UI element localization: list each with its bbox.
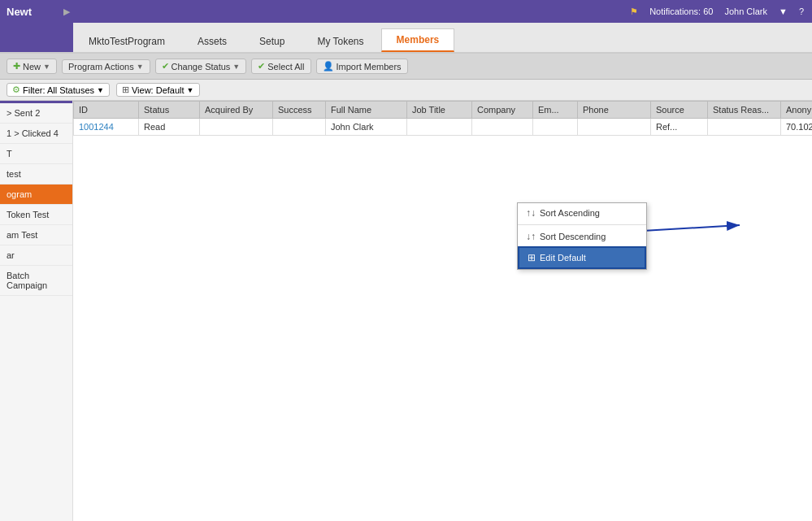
app-name: Newt [7,6,32,18]
new-arrow-icon: ▼ [43,63,50,71]
new-icon: ✚ [13,61,20,72]
col-header-company[interactable]: Company [472,102,533,119]
sidebar-item-item3[interactable]: T [0,144,72,164]
notification-icon: ⚑ [630,7,638,17]
program-actions-label: Program Actions [68,62,134,72]
program-actions-arrow-icon: ▼ [137,63,144,71]
select-all-button[interactable]: ✔ Select All [251,59,310,74]
col-header-fullname[interactable]: Full Name [326,102,407,119]
change-status-arrow-icon: ▼ [232,63,240,71]
col-header-status[interactable]: Status [139,102,200,119]
main-layout: > Sent 21 > Clicked 4TtestogramToken Tes… [0,101,812,521]
tab-members[interactable]: Members [381,28,455,52]
change-status-icon: ✔ [162,61,169,72]
col-header-success[interactable]: Success [273,102,326,119]
sidebar-item-amtest[interactable]: am Test [0,225,72,245]
tab-mkto[interactable]: MktoTestProgram [73,30,180,52]
toolbar: ✚ New ▼ Program Actions ▼ ✔ Change Statu… [0,54,812,80]
sidebar-item-tokentest[interactable]: Token Test [0,205,72,225]
cell-status: Read [139,119,200,136]
filter-arrow-icon: ▼ [97,86,104,94]
col-header-statusreason[interactable]: Status Reas... [708,102,781,119]
dropdown-icon-edit-default: ⊞ [528,252,536,263]
view-label: View: Default [132,85,185,95]
sidebar: > Sent 21 > Clicked 4TtestogramToken Tes… [0,101,73,521]
import-members-icon: 👤 [323,61,334,72]
cell-success [273,119,326,136]
tab-left-spacer [0,23,73,52]
import-members-label: Import Members [337,62,402,72]
nav-arrow-icon[interactable]: ▶ [63,7,70,17]
user-name[interactable]: John Clark [724,7,767,17]
cell-email [533,119,578,136]
view-icon: ⊞ [122,85,129,95]
col-header-jobtitle[interactable]: Job Title [407,102,472,119]
dropdown-item-sort-asc[interactable]: ↑↓Sort Ascending [518,203,646,223]
view-arrow-icon: ▼ [187,86,194,94]
col-header-acquired[interactable]: Acquired By [200,102,273,119]
dropdown-item-sort-desc[interactable]: ↓↑Sort Descending [518,227,646,246]
col-header-email[interactable]: Em... [533,102,578,119]
dropdown-icon-sort-asc: ↑↓ [526,207,536,219]
tab-tokens[interactable]: My Tokens [302,30,379,52]
filter-label: Filter: All Statuses [23,85,94,95]
dropdown-label-sort-asc: Sort Ascending [540,208,600,218]
notifications-label[interactable]: Notifications: 60 [649,7,713,17]
filter-bar: ⚙ Filter: All Statuses ▼ ⊞ View: Default… [0,80,812,101]
user-menu-icon[interactable]: ▼ [779,7,788,17]
col-header-phone[interactable]: Phone [578,102,651,119]
select-all-label: Select All [267,62,304,72]
filter-settings-icon: ⚙ [12,85,20,95]
column-dropdown-menu: ↑↓Sort Ascending↓↑Sort Descending⊞Edit D… [517,202,647,270]
cell-jobtitle [407,119,472,136]
table-row: 1001244ReadJohn ClarkRef...70.102.112.22… [74,119,813,136]
cell-acquired [200,119,273,136]
cell-fullname: John Clark [326,119,407,136]
import-members-button[interactable]: 👤 Import Members [316,59,408,74]
sidebar-item-ar[interactable]: ar [0,245,72,266]
tab-assets[interactable]: Assets [182,30,242,52]
help-icon[interactable]: ? [799,7,804,17]
col-header-anonip[interactable]: Anonymous IP [781,102,813,119]
cell-id[interactable]: 1001244 [74,119,139,136]
dropdown-item-edit-default[interactable]: ⊞Edit Default [518,246,646,269]
id-link[interactable]: 1001244 [79,122,114,132]
select-all-icon: ✔ [258,61,265,72]
dropdown-label-edit-default: Edit Default [540,253,586,263]
top-header: Newt ▶ ⚑ Notifications: 60 John Clark ▼ … [0,0,812,23]
sidebar-scroll: > Sent 21 > Clicked 4TtestogramToken Tes… [0,103,72,521]
cell-statusreason [708,119,781,136]
filter-tag[interactable]: ⚙ Filter: All Statuses ▼ [7,83,110,97]
top-right-actions: ⚑ Notifications: 60 John Clark ▼ ? [73,7,812,17]
change-status-label: Change Status [172,62,231,72]
data-table: IDStatusAcquired BySuccessFull NameJob T… [73,101,812,136]
cell-phone [578,119,651,136]
new-label: New [23,62,41,72]
new-button[interactable]: ✚ New ▼ [7,59,57,74]
program-actions-button[interactable]: Program Actions ▼ [62,59,150,74]
sidebar-item-sent2[interactable]: > Sent 2 [0,103,72,124]
cell-source: Ref... [651,119,708,136]
col-header-id[interactable]: ID [74,102,139,119]
sidebar-item-item4[interactable]: test [0,164,72,185]
tab-setup[interactable]: Setup [244,30,300,52]
sidebar-item-program[interactable]: ogram [0,185,72,205]
sidebar-item-batch[interactable]: Batch Campaign [0,266,72,296]
tabs-container: MktoTestProgramAssetsSetupMy TokensMembe… [73,23,456,52]
app-left-header: Newt ▶ [0,6,73,18]
cell-company [472,119,533,136]
tab-bar: MktoTestProgramAssetsSetupMy TokensMembe… [0,23,812,54]
dropdown-label-sort-desc: Sort Descending [540,232,606,241]
view-tag[interactable]: ⊞ View: Default ▼ [116,83,200,97]
cell-anonip: 70.102.112.226 [781,119,813,136]
change-status-button[interactable]: ✔ Change Status ▼ [155,59,247,74]
sidebar-item-clicked4[interactable]: 1 > Clicked 4 [0,124,72,144]
dropdown-icon-sort-desc: ↓↑ [526,231,536,242]
content-area: IDStatusAcquired BySuccessFull NameJob T… [73,101,812,521]
col-header-source[interactable]: Source [651,102,708,119]
